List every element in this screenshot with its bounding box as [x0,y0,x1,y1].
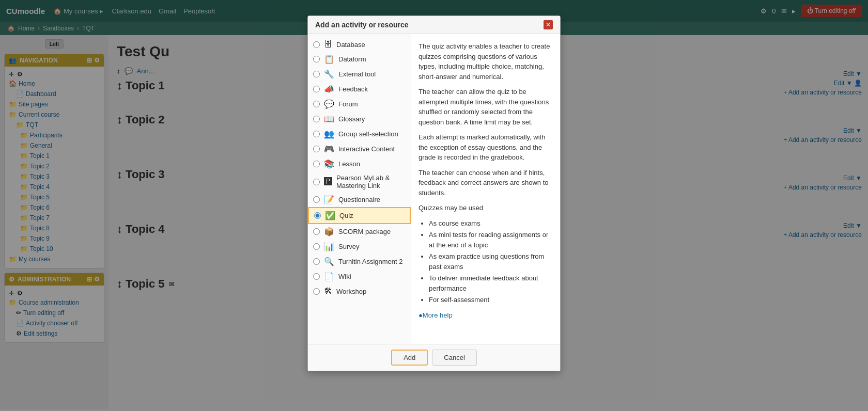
label-turnitin: Turnitin Assignment 2 [338,258,403,265]
modal-body: 🗄Database📋Dataform🔧External tool📣Feedbac… [308,34,560,344]
modal-item-pearson[interactable]: 🅿Pearson MyLab & Mastering Link [308,171,411,192]
icon-scorm: 📦 [324,227,334,236]
modal-item-feedback[interactable]: 📣Feedback [308,82,411,97]
modal-item-survey[interactable]: 📊Survey [308,239,411,254]
radio-interactive_content[interactable] [313,146,320,152]
icon-wiki: 📄 [324,272,334,281]
modal-header: Add an activity or resource ✕ [308,16,560,34]
radio-feedback[interactable] [313,86,320,92]
icon-external_tool: 🔧 [324,69,334,79]
label-pearson: Pearson MyLab & Mastering Link [336,174,406,189]
modal-item-database[interactable]: 🗄Database [308,37,411,52]
modal-title: Add an activity or resource [315,21,409,29]
modal-item-workshop[interactable]: 🛠Workshop [308,284,411,298]
desc-paragraph: The quiz activity enables a teacher to c… [419,41,553,82]
label-external_tool: External tool [338,70,376,78]
desc-bullet-item: As mini tests for reading assignments or… [429,230,553,250]
desc-bullet-item: As exam practice using questions from pa… [429,251,553,272]
label-database: Database [336,41,365,49]
label-quiz: Quiz [339,212,353,219]
radio-quiz[interactable] [314,212,321,219]
label-wiki: Wiki [338,273,351,280]
modal-overlay[interactable]: Add an activity or resource ✕ 🗄Database📋… [0,0,868,409]
label-workshop: Workshop [336,288,366,295]
label-feedback: Feedback [338,85,368,93]
modal-item-dataform[interactable]: 📋Dataform [308,52,411,67]
desc-bullet-item: For self-assessment [429,295,553,305]
modal-item-glossary[interactable]: 📖Glossary [308,112,411,127]
modal-item-scorm[interactable]: 📦SCORM package [308,224,411,239]
radio-turnitin[interactable] [313,258,320,265]
add-button[interactable]: Add [391,350,428,366]
desc-bullet-item: As course exams [429,218,553,229]
label-questionnaire: Questionnaire [338,196,380,203]
icon-pearson: 🅿 [324,177,332,186]
label-glossary: Glossary [338,115,365,123]
modal-footer: Add Cancel [308,344,560,371]
radio-dataform[interactable] [313,56,320,62]
label-group_selection: Group self-selection [338,130,398,138]
modal-item-quiz[interactable]: ✅Quiz [308,207,411,224]
modal-item-forum[interactable]: 💬Forum [308,97,411,112]
radio-pearson[interactable] [313,179,320,185]
desc-paragraph: Quizzes may be used [419,203,553,213]
modal-close-button[interactable]: ✕ [544,20,553,29]
label-forum: Forum [338,100,358,108]
radio-database[interactable] [313,41,320,48]
modal-activity-list: 🗄Database📋Dataform🔧External tool📣Feedbac… [308,34,411,344]
desc-paragraph: Each attempt is marked automatically, wi… [419,132,553,163]
icon-quiz: ✅ [325,211,335,220]
radio-questionnaire[interactable] [313,196,320,203]
label-scorm: SCORM package [338,228,391,235]
modal-item-group_selection[interactable]: 👥Group self-selection [308,127,411,141]
icon-interactive_content: 🎮 [324,144,334,154]
icon-lesson: 📚 [324,159,334,169]
more-help-link[interactable]: ●More help [419,311,453,319]
icon-dataform: 📋 [324,54,334,64]
radio-group_selection[interactable] [313,131,320,137]
modal-item-external_tool[interactable]: 🔧External tool [308,67,411,82]
label-dataform: Dataform [338,55,366,63]
modal-item-questionnaire[interactable]: 📝Questionnaire [308,192,411,207]
radio-forum[interactable] [313,101,320,107]
cancel-button[interactable]: Cancel [432,350,476,366]
label-interactive_content: Interactive Content [338,145,395,153]
modal-item-wiki[interactable]: 📄Wiki [308,269,411,284]
radio-external_tool[interactable] [313,71,320,77]
modal-dialog: Add an activity or resource ✕ 🗄Database📋… [307,15,561,371]
desc-paragraph: The teacher can choose when and if hints… [419,168,553,198]
icon-workshop: 🛠 [324,287,332,296]
radio-lesson[interactable] [313,161,320,167]
radio-workshop[interactable] [313,288,320,295]
icon-questionnaire: 📝 [324,195,334,204]
label-survey: Survey [338,243,359,250]
radio-scorm[interactable] [313,228,320,235]
modal-item-turnitin[interactable]: 🔍Turnitin Assignment 2 [308,254,411,269]
radio-wiki[interactable] [313,273,320,280]
icon-survey: 📊 [324,242,334,251]
desc-paragraph: The teacher can allow the quiz to be att… [419,87,553,127]
icon-feedback: 📣 [324,84,334,94]
modal-description: The quiz activity enables a teacher to c… [411,34,560,344]
radio-survey[interactable] [313,243,320,250]
icon-group_selection: 👥 [324,129,334,139]
modal-item-interactive_content[interactable]: 🎮Interactive Content [308,141,411,156]
icon-database: 🗄 [324,40,332,49]
icon-glossary: 📖 [324,114,334,124]
icon-turnitin: 🔍 [324,257,334,266]
modal-item-lesson[interactable]: 📚Lesson [308,156,411,171]
desc-bullet-item: To deliver immediate feedback about perf… [429,273,553,293]
desc-bullets: As course examsAs mini tests for reading… [429,218,553,305]
icon-forum: 💬 [324,99,334,109]
radio-glossary[interactable] [313,116,320,122]
label-lesson: Lesson [338,160,360,168]
